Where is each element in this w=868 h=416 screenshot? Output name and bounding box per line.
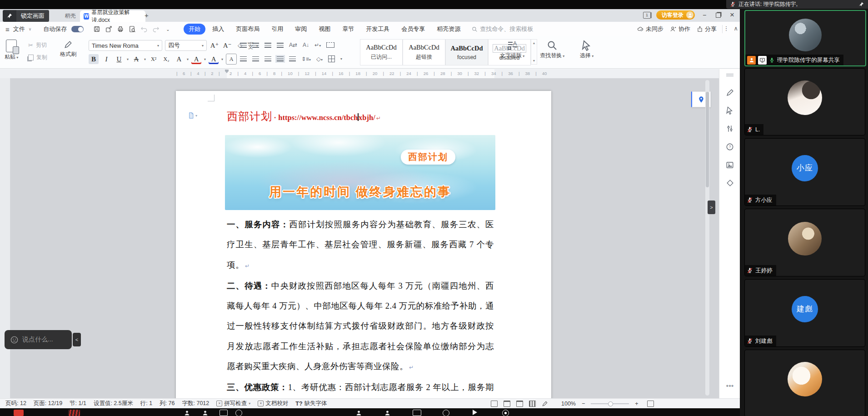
print-layout-icon[interactable] [516, 401, 523, 407]
text-highlight-button[interactable]: A [191, 54, 201, 64]
distribute-icon[interactable] [289, 56, 296, 61]
participant-tile[interactable]: 建彪 刘建彪 [744, 279, 865, 347]
zoom-slider[interactable] [591, 403, 629, 404]
sync-status[interactable]: 未同步 [637, 25, 663, 33]
subscript-button[interactable]: X₂ [161, 54, 171, 64]
settings-slider-icon[interactable] [719, 125, 740, 133]
italic-button[interactable]: I [101, 54, 111, 64]
tab-insert[interactable]: 插入 [207, 24, 229, 35]
participant-tile[interactable]: 王婷婷 [744, 209, 865, 276]
taskbar-app-icon[interactable] [14, 410, 24, 416]
style-card-visited[interactable]: AaBbCcDd 已访问... [360, 39, 403, 65]
text-layout-button[interactable]: 文字排版 ▾ [500, 40, 524, 60]
status-word-count[interactable]: 字数: 7012 [182, 400, 210, 407]
zoom-level[interactable]: 100% [561, 401, 576, 407]
document-body-text[interactable]: 一、服务内容：西部计划按照服务内容分为基础教育、服务三农、医疗卫生、基层青年工作… [227, 215, 494, 398]
style-card-focused[interactable]: AaBbCcDd focused [445, 39, 488, 65]
more-options-kebab-icon[interactable]: ⋮ [723, 25, 729, 32]
strikethrough-button[interactable]: A [131, 54, 141, 64]
help-icon[interactable] [719, 143, 740, 151]
ink-pen-icon[interactable] [542, 401, 548, 407]
taskbar-media-icon[interactable] [473, 410, 477, 415]
collaborate-button[interactable]: 协作 [670, 25, 690, 33]
undo-icon[interactable] [140, 25, 148, 33]
font-name-select[interactable]: Times New Roma▾ [89, 40, 162, 51]
new-tab-button[interactable]: + [145, 11, 149, 19]
fullscreen-icon[interactable] [647, 401, 654, 407]
status-setting-value[interactable]: 设置值: 2.5厘米 [94, 400, 133, 407]
document-page[interactable]: ▾ 西部计划 · https://www.ncss.cn/tbchxbjh/ ↵… [176, 91, 551, 398]
numbered-list-icon[interactable] [252, 43, 259, 48]
window-count-indicator[interactable]: 1 [643, 12, 651, 19]
status-page-count[interactable]: 页面: 12/19 [34, 400, 62, 407]
pin-icon[interactable] [858, 1, 864, 7]
select-button[interactable]: 选择 ▾ [580, 40, 594, 60]
find-replace-button[interactable]: 查找替换 ▾ [540, 40, 564, 60]
pin-icon[interactable] [3, 10, 16, 22]
sort-icon[interactable]: A↓ [303, 42, 309, 48]
participant-tile[interactable]: L. [744, 68, 865, 135]
image-tool-icon[interactable] [719, 161, 740, 169]
paste-button[interactable]: 粘贴 ▾ [5, 40, 18, 61]
taskbar-keyboard-icon[interactable] [219, 410, 228, 416]
page-setup-icon[interactable] [326, 42, 334, 48]
shrink-font-button[interactable]: A⁻ [222, 40, 232, 50]
participant-tile-sharer[interactable]: 理学院陈传宇的屏幕共享 [744, 10, 866, 66]
format-painter-button[interactable]: 格式刷 [60, 40, 76, 58]
status-line[interactable]: 行: 1 [140, 400, 152, 407]
horizontal-ruler[interactable]: | 6 | 4 | 2 | 2 | 4 | 6 | 8 | 10 | 12 | … [0, 69, 740, 79]
copy-button[interactable]: 复制 [28, 54, 47, 61]
lock-view-overlay[interactable]: 锁定画面 [3, 10, 49, 22]
shading-icon[interactable]: ◇▾ [316, 55, 323, 62]
taskbar-keyboard-icon[interactable] [413, 410, 421, 416]
select-cursor-icon[interactable] [719, 106, 740, 115]
taskbar-app-icon[interactable] [68, 410, 80, 416]
increase-indent-icon[interactable] [277, 43, 284, 48]
tab-docer-resources[interactable]: 稻壳资源 [432, 24, 465, 35]
print-preview-icon[interactable] [128, 25, 136, 33]
read-layout-icon[interactable] [504, 401, 510, 407]
align-left-icon[interactable] [240, 56, 247, 61]
hamburger-icon[interactable]: ≡ [5, 25, 10, 33]
guest-login-button[interactable]: 访客登录 [656, 10, 695, 20]
bold-button[interactable]: B [89, 54, 99, 64]
web-layout-icon[interactable] [529, 401, 536, 407]
restore-button[interactable] [716, 13, 721, 18]
participant-tile[interactable]: 小应 方小应 [744, 138, 865, 206]
status-section[interactable]: 节: 1/1 [70, 400, 86, 407]
vertical-scrollbar[interactable] [705, 80, 709, 396]
status-page-number[interactable]: 页码: 12 [5, 400, 26, 407]
superscript-button[interactable]: X² [149, 54, 159, 64]
doc-proof-toggle[interactable]: ×文档校对 [258, 400, 288, 407]
share-button[interactable]: 分享 [697, 25, 723, 33]
tab-section[interactable]: 章节 [337, 24, 359, 35]
show-marks-icon[interactable]: ↵▾ [314, 42, 321, 48]
grow-font-button[interactable]: A⁺ [210, 40, 219, 50]
borders-icon[interactable] [328, 55, 335, 62]
font-size-select[interactable]: 四号▾ [165, 40, 207, 51]
change-case-button[interactable]: A [174, 54, 184, 64]
file-menu[interactable]: 文件 [13, 25, 25, 33]
char-scale-icon[interactable]: A⇄ [289, 42, 297, 48]
zoom-in-button[interactable]: + [635, 401, 638, 407]
command-search-box[interactable]: 查找命令、搜索模板 [472, 25, 533, 33]
panel-drag-handle[interactable] [719, 74, 740, 75]
annotate-pen-icon[interactable] [719, 88, 740, 97]
document-canvas[interactable]: ▾ 西部计划 · https://www.ncss.cn/tbchxbjh/ ↵… [0, 78, 719, 398]
tag-tool-icon[interactable] [719, 179, 740, 187]
style-card-hyperlink[interactable]: AaBbCcDd 超链接 [403, 39, 445, 65]
status-column[interactable]: 列: 76 [160, 400, 175, 407]
chat-input[interactable]: 说点什么... [5, 330, 72, 349]
autosave-toggle[interactable] [71, 26, 84, 32]
sidebar-collapse-button[interactable]: > [708, 200, 715, 214]
spell-check-toggle[interactable]: ×拼写检查▾ [216, 400, 250, 407]
minimize-button[interactable]: − [700, 11, 708, 19]
active-document-tab[interactable]: W 基层就业政策解读.docx [80, 10, 145, 22]
zoom-out-button[interactable]: − [582, 401, 585, 407]
align-center-icon[interactable] [252, 56, 259, 61]
export-icon[interactable] [105, 25, 113, 33]
tab-docer[interactable]: 稻壳 [65, 12, 76, 20]
font-color-button[interactable]: A [209, 54, 219, 64]
banner-image[interactable]: 西部计划 用一年的时间 做终身难忘的事 [225, 135, 495, 210]
heading-collapse-icon[interactable]: ▾ [188, 112, 197, 119]
